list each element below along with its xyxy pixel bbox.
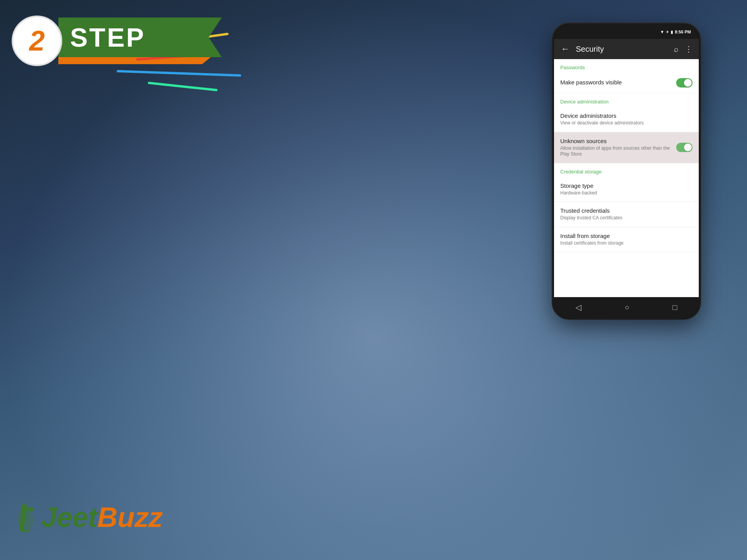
setting-title-storage-type: Storage type: [560, 182, 693, 189]
setting-title-trusted-credentials: Trusted credentials: [560, 207, 693, 214]
section-header-passwords: Passwords: [554, 59, 699, 73]
toggle-knob: [684, 79, 692, 87]
setting-text: Unknown sources Allow installation of ap…: [560, 138, 676, 158]
step-label: STEP: [58, 18, 222, 57]
status-time: 8:56 PM: [675, 30, 691, 34]
nav-back-button[interactable]: ◁: [568, 299, 589, 315]
status-bar: ▼ ✈ ▮ 8:56 PM: [554, 25, 699, 39]
settings-list: Passwords Make passwords visible Device …: [554, 59, 699, 297]
back-button[interactable]: ←: [559, 42, 572, 56]
logo-text: JeetBuzz: [41, 501, 163, 533]
setting-subtitle-storage-type: Hardware-backed: [560, 190, 693, 196]
deco-line-4: [148, 82, 218, 91]
section-header-device-admin: Device administration: [554, 93, 699, 107]
logo-area: JeetBuzz: [12, 498, 163, 537]
setting-text: Make passwords visible: [560, 79, 676, 87]
setting-make-passwords-visible[interactable]: Make passwords visible: [554, 73, 699, 93]
logo-buzz: Buzz: [97, 502, 163, 533]
setting-storage-type[interactable]: Storage type Hardware-backed: [554, 177, 699, 202]
app-bar-actions: ⌕ ⋮: [672, 43, 694, 55]
setting-text: Install from storage Install certificate…: [560, 233, 693, 247]
nav-home-button[interactable]: ○: [617, 300, 637, 315]
setting-title-make-passwords-visible: Make passwords visible: [560, 79, 676, 86]
setting-unknown-sources[interactable]: Unknown sources Allow installation of ap…: [554, 132, 699, 163]
setting-device-administrators[interactable]: Device administrators View or deactivate…: [554, 107, 699, 132]
logo-cricket-icon: [12, 498, 39, 537]
setting-text: Storage type Hardware-backed: [560, 182, 693, 196]
setting-subtitle-trusted-credentials: Display trusted CA certificates: [560, 215, 693, 221]
phone-inner: ▼ ✈ ▮ 8:56 PM ← Security ⌕ ⋮ Passwords: [554, 25, 699, 317]
deco-line-3: [117, 70, 241, 77]
search-icon[interactable]: ⌕: [672, 43, 680, 55]
setting-text: Trusted credentials Display trusted CA c…: [560, 207, 693, 221]
setting-subtitle-device-administrators: View or deactivate device administrators: [560, 120, 693, 126]
setting-text: Device administrators View or deactivate…: [560, 112, 693, 126]
nav-recents-button[interactable]: □: [665, 300, 685, 315]
setting-trusted-credentials[interactable]: Trusted credentials Display trusted CA c…: [554, 202, 699, 227]
phone-frame: ▼ ✈ ▮ 8:56 PM ← Security ⌕ ⋮ Passwords: [552, 23, 700, 319]
notch: [603, 25, 650, 35]
battery-icon: ▮: [671, 30, 673, 35]
app-bar-title: Security: [576, 45, 668, 54]
app-bar: ← Security ⌕ ⋮: [554, 39, 699, 59]
status-icons: ▼ ✈ ▮ 8:56 PM: [660, 30, 691, 35]
toggle-unknown-sources[interactable]: [676, 143, 693, 152]
wifi-icon: ▼: [660, 30, 665, 34]
bottom-nav: ◁ ○ □: [554, 297, 699, 317]
toggle-knob: [684, 144, 692, 151]
step-number: 2: [12, 16, 62, 66]
toggle-make-passwords-visible[interactable]: [676, 78, 693, 88]
more-options-icon[interactable]: ⋮: [683, 43, 694, 55]
setting-title-unknown-sources: Unknown sources: [560, 138, 676, 144]
logo-jeet: Jeet: [41, 502, 97, 533]
airplane-icon: ✈: [666, 30, 669, 35]
section-header-credential-storage: Credential storage: [554, 163, 699, 177]
setting-subtitle-install-from-storage: Install certificates from storage: [560, 240, 693, 247]
setting-subtitle-unknown-sources: Allow installation of apps from sources …: [560, 145, 676, 158]
setting-title-device-administrators: Device administrators: [560, 112, 693, 119]
setting-install-from-storage[interactable]: Install from storage Install certificate…: [554, 227, 699, 252]
setting-title-install-from-storage: Install from storage: [560, 233, 693, 239]
phone-mockup: ▼ ✈ ▮ 8:56 PM ← Security ⌕ ⋮ Passwords: [552, 23, 700, 319]
